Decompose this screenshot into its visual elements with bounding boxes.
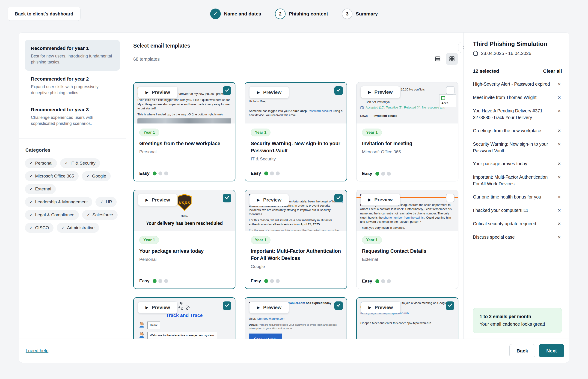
template-checkbox-checked[interactable] — [334, 86, 343, 95]
difficulty-dots — [153, 279, 168, 283]
remove-template-button[interactable]: ✕ — [557, 141, 562, 148]
top-bar: Back to client's dashboard ✓Name and dat… — [0, 0, 588, 28]
remove-template-button[interactable]: ✕ — [557, 174, 562, 181]
clear-all-button[interactable]: Clear all — [543, 68, 562, 74]
next-button[interactable]: Next — [539, 344, 564, 357]
template-checkbox-unchecked[interactable] — [446, 194, 455, 202]
template-card[interactable]: Dear colleagues,In the past, our company… — [245, 190, 347, 289]
template-scroll-area[interactable]: Hello everyone,I wanted to get in touch … — [133, 82, 458, 339]
preview-button[interactable]: ▶Preview — [138, 86, 177, 98]
tab-invitation-details[interactable]: Invitation details — [374, 114, 397, 118]
template-checkbox-checked[interactable] — [446, 301, 454, 310]
wizard-footer: I need help Back Next — [19, 339, 569, 363]
template-checkbox-checked[interactable] — [223, 194, 231, 203]
difficulty-dot — [158, 279, 162, 283]
category-chip-it-security[interactable]: ✓IT & Security — [60, 158, 100, 168]
template-card[interactable]: Dear Sir or Madam,I am looking for one o… — [356, 190, 458, 289]
template-card[interactable]: Thomas Wright has invited you to join a … — [356, 297, 458, 339]
recommendation-item-year-1[interactable]: Recommended for year 1Best for new users… — [25, 40, 120, 71]
preview-button[interactable]: ▶Preview — [249, 86, 289, 98]
inline-link[interactable]: john.doe@anker.com — [257, 317, 285, 320]
step-name-and-dates[interactable]: ✓Name and dates — [210, 9, 261, 19]
template-checkbox-checked[interactable] — [223, 301, 231, 310]
collapse-panel-button[interactable] — [458, 42, 464, 53]
back-to-dashboard-button[interactable]: Back to client's dashboard — [8, 7, 80, 21]
remove-template-button[interactable]: ✕ — [557, 81, 562, 88]
template-card-body: Year 1Your package arrives todayPersonal — [134, 231, 235, 267]
email-greeting: Hello, — [137, 214, 231, 218]
remove-template-button[interactable]: ✕ — [557, 194, 562, 201]
template-checkbox-checked[interactable] — [334, 301, 343, 310]
chat-message-row: Hello! — [139, 321, 231, 329]
template-card[interactable]: Your password to john.doe@anker.com has … — [245, 297, 347, 339]
category-chip-external[interactable]: ✓External — [25, 184, 56, 194]
remove-template-button[interactable]: ✕ — [557, 108, 562, 115]
remove-template-button[interactable]: ✕ — [557, 207, 562, 214]
category-chip-legal-compliance[interactable]: ✓Legal & Compliance — [25, 210, 79, 220]
selected-template-name: Important: Multi-Factor Authentication F… — [473, 174, 553, 188]
template-title: Security Warning: New sign-in to your Pa… — [251, 140, 341, 154]
category-chip-google[interactable]: ✓Google — [82, 171, 111, 181]
inline-link[interactable]: phone number from the call list — [383, 216, 425, 219]
preview-text-line: Someone has logged into your Anker Corp … — [249, 109, 343, 117]
preview-button[interactable]: ▶Preview — [249, 301, 289, 314]
preview-button[interactable]: ▶Preview — [361, 301, 400, 314]
check-icon: ✓ — [29, 212, 33, 217]
template-card[interactable]: Hi John Doe,Someone has logged into your… — [245, 82, 347, 181]
difficulty-dot — [276, 172, 280, 175]
preview-button[interactable]: ▶Preview — [361, 194, 400, 206]
template-category: External — [362, 257, 453, 262]
grid-view-toggle[interactable] — [446, 53, 458, 65]
template-checkbox-checked[interactable] — [334, 194, 343, 203]
remove-template-button[interactable]: ✕ — [557, 234, 562, 241]
difficulty-indicator: Easy — [139, 171, 168, 176]
recommendation-item-year-2[interactable]: Recommended for year 2Expand user skills… — [25, 71, 120, 101]
step-summary[interactable]: 3Summary — [342, 9, 378, 19]
remove-template-button[interactable]: ✕ — [557, 221, 562, 228]
check-icon: ✓ — [29, 225, 33, 230]
template-title: Your package arrives today — [139, 248, 229, 255]
template-title: Invitation for meeting — [362, 140, 453, 147]
preview-button[interactable]: ▶Preview — [138, 301, 177, 314]
usps-logo-inner: usps — [178, 195, 191, 210]
email-cta-button[interactable]: Keep password — [249, 333, 282, 339]
category-chip-salesforce[interactable]: ✓Salesforce — [82, 210, 118, 220]
template-title: Important: Multi-Factor Authentication F… — [251, 248, 341, 262]
template-card[interactable]: o 10:30 No conflictsTeams MeetingBen Ant… — [356, 82, 458, 181]
preview-button[interactable]: ▶Preview — [138, 194, 177, 206]
template-checkbox-checked[interactable] — [223, 86, 231, 95]
inline-link[interactable]: Password account — [308, 109, 332, 113]
email-preview-thumbnail: Hello everyone,I wanted to get in touch … — [134, 83, 235, 124]
template-card[interactable]: uspsHello,Your delivery has been resched… — [133, 190, 235, 289]
step-number: 2 — [275, 9, 286, 19]
list-view-icon — [435, 56, 441, 62]
difficulty-label: Easy — [139, 171, 149, 176]
year-badge: Year 1 — [251, 236, 270, 244]
category-chip-hr[interactable]: ✓HR — [95, 197, 117, 207]
category-chip-leadership-management[interactable]: ✓Leadership & Management — [25, 197, 92, 207]
email-preview-thumbnail: Dear Sir or Madam,I am looking for one o… — [356, 190, 458, 231]
category-chip-personal[interactable]: ✓Personal — [25, 158, 57, 168]
selected-template-item: You Have A Pending Delivery #371-3273880… — [473, 108, 562, 121]
remove-template-button[interactable]: ✕ — [557, 160, 562, 168]
preview-text-line: For this reason, we will introduce a new… — [249, 218, 343, 226]
step-phishing-content[interactable]: 2Phishing content — [275, 9, 328, 19]
recommendation-item-year-3[interactable]: Recommended for year 3Challenge experien… — [25, 101, 120, 132]
preview-button[interactable]: ▶Preview — [361, 86, 400, 98]
back-button[interactable]: Back — [509, 344, 535, 357]
template-checkbox-unchecked[interactable] — [446, 86, 455, 95]
categories-title: Categories — [25, 147, 120, 153]
help-link[interactable]: I need help — [26, 348, 48, 353]
list-view-toggle[interactable] — [432, 53, 444, 65]
preview-button[interactable]: ▶Preview — [249, 194, 289, 206]
remove-template-button[interactable]: ✕ — [557, 94, 562, 101]
accept-meeting-button[interactable]: Acce — [439, 95, 456, 107]
category-chip-cisco[interactable]: ✓CISCO — [25, 223, 54, 233]
tab-news[interactable]: News — [360, 114, 368, 118]
panel-divider — [464, 62, 569, 62]
remove-template-button[interactable]: ✕ — [557, 127, 562, 135]
category-chip-microsoft-office-365[interactable]: ✓Microsoft Office 365 — [25, 171, 79, 181]
category-chip-administrative[interactable]: ✓Administrative — [57, 223, 99, 233]
template-card[interactable]: Track and TraceHello!Welcome to the inte… — [133, 297, 235, 339]
template-card[interactable]: Hello everyone,I wanted to get in touch … — [133, 82, 235, 181]
